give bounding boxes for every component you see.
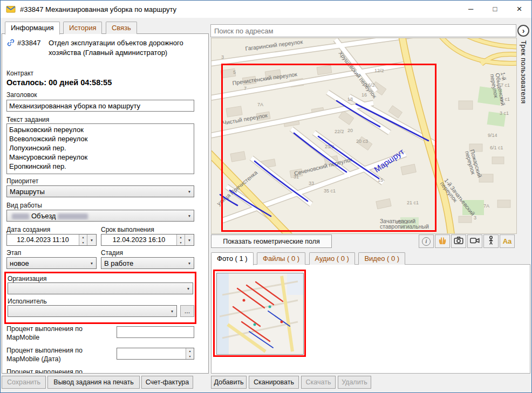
chevron-down-icon: ▼ <box>168 309 176 313</box>
stage-select[interactable]: новое ▼ <box>6 257 97 269</box>
chevron-down-icon: ▼ <box>185 190 194 194</box>
priority-label: Приоритет <box>6 177 38 185</box>
chevron-right-icon: › <box>522 26 525 35</box>
minimize-button[interactable]: ─ <box>459 1 483 17</box>
chevron-down-icon: ▼ <box>184 287 193 291</box>
time-remaining: Осталось: 00 дней 04:58:55 <box>6 78 112 87</box>
deadline-date-value: 12.04.2023 16:10 <box>101 236 176 244</box>
task-text-area[interactable]: Барыковский переулок Всеволожский переул… <box>6 123 194 174</box>
work-type-value: Объезд <box>7 212 185 220</box>
video-camera-icon <box>469 235 480 248</box>
close-button[interactable]: × <box>507 1 531 17</box>
info-button[interactable]: i <box>419 235 434 248</box>
created-date-value: 12.04.2023 11:10 <box>7 236 79 244</box>
photo-camera-icon <box>453 235 464 248</box>
save-button[interactable]: Сохранить <box>2 376 46 389</box>
contract-label: Контракт <box>6 70 33 77</box>
task-link[interactable]: #33847 Отдел эксплуатации объектов дорож… <box>6 38 195 58</box>
map-base-layer <box>212 38 516 233</box>
info-icon: i <box>422 237 431 246</box>
app-icon <box>6 4 16 14</box>
track-panel-toggle[interactable]: › <box>517 25 529 37</box>
chevron-down-icon: ▼ <box>185 214 194 218</box>
priority-value: Маршруты <box>7 188 185 196</box>
font-size-icon: Aa <box>503 237 512 245</box>
created-date-input[interactable]: 12.04.2023 11:10 ▲▼ ▼ <box>6 234 97 246</box>
close-icon: × <box>517 4 522 15</box>
organization-label: Организация <box>8 275 46 282</box>
info-form: #33847 Отдел эксплуатации объектов дорож… <box>2 33 209 374</box>
tab-photo[interactable]: Фото ( 1 ) <box>211 252 254 265</box>
tab-audio[interactable]: Аудио ( 0 ) <box>309 252 355 265</box>
work-type-label: Вид работы <box>6 202 42 209</box>
percent-mapmobile-date-label: Процент выполнения по MapMobile (Дата) <box>6 346 112 363</box>
status-label: Стадия <box>101 249 123 257</box>
photo-thumbnail-image <box>217 273 303 354</box>
chevron-down-icon[interactable]: ▼ <box>87 235 96 245</box>
executor-select[interactable]: ▼ <box>8 305 177 317</box>
window-controls: ─ □ × <box>459 1 531 17</box>
title-bar: #33847 Механизированная уборка по маршру… <box>1 1 531 18</box>
hands-icon <box>437 235 448 248</box>
maximize-button[interactable]: □ <box>483 1 507 17</box>
video-camera-button[interactable] <box>467 235 482 248</box>
download-button[interactable]: Скачать <box>301 376 336 389</box>
app-window: #33847 Механизированная уборка по маршру… <box>0 0 532 393</box>
photo-thumbnail[interactable] <box>216 273 304 355</box>
address-search-input[interactable] <box>210 24 516 37</box>
link-icon <box>6 38 15 50</box>
track-panel-label: Трек пользователя <box>520 40 527 104</box>
priority-select[interactable]: Маршруты ▼ <box>6 185 194 197</box>
redacted-text <box>12 213 29 219</box>
window-title: #33847 Механизированная уборка по маршру… <box>20 5 176 13</box>
organization-select[interactable]: ▼ <box>8 282 193 294</box>
font-size-button[interactable]: Aa <box>500 235 515 248</box>
status-select[interactable]: В работе ▼ <box>101 257 194 269</box>
tab-history[interactable]: История <box>63 22 102 34</box>
percent-mapmobile-input[interactable] <box>117 326 194 338</box>
chevron-down-icon: ▼ <box>185 261 194 265</box>
stage-label: Этап <box>6 249 21 257</box>
deadline-label: Срок выполнения <box>101 226 154 233</box>
minimize-icon: ─ <box>468 5 473 13</box>
title-label: Заголовок <box>6 91 37 99</box>
delete-button[interactable]: Удалить <box>338 376 371 389</box>
person-button[interactable] <box>483 235 499 248</box>
task-text-label: Текст задания <box>6 116 49 123</box>
percent-third-label: Процент выполнения по <box>6 368 112 374</box>
person-icon <box>486 235 496 248</box>
chevron-down-icon[interactable]: ▼ <box>185 235 194 245</box>
tab-information[interactable]: Информация <box>5 22 60 35</box>
print-task-button[interactable]: Вывод задания на печать <box>47 376 140 389</box>
photo-camera-button[interactable] <box>451 235 466 248</box>
spinner-up-down[interactable]: ▲▼ <box>79 235 87 245</box>
spinner-up-down[interactable]: ▲▼ <box>186 348 194 359</box>
stage-value: новое <box>7 259 87 267</box>
task-department: Отдел эксплуатации объектов дорожного хо… <box>49 38 195 58</box>
percent-mapmobile-date-input[interactable]: ▲▼ <box>117 348 194 360</box>
executor-label: Исполнитель <box>8 298 47 305</box>
attachment-tab-bar: Фото ( 1 ) Файлы ( 0 ) Аудио ( 0 ) Видео… <box>211 252 406 265</box>
percent-mapmobile-label: Процент выполнения по MapMobile <box>6 325 112 342</box>
tab-files[interactable]: Файлы ( 0 ) <box>257 252 305 265</box>
hands-button[interactable] <box>435 235 450 248</box>
deadline-date-input[interactable]: 12.04.2023 16:10 ▲▼ ▼ <box>101 234 194 246</box>
show-geometry-button[interactable]: Показать геометрические поля <box>211 235 332 248</box>
map-view[interactable]: 3577А12/216/2161822/22020 с323/9313335 с… <box>211 38 517 234</box>
title-input[interactable] <box>6 100 194 112</box>
scan-button[interactable]: Сканировать <box>249 376 299 389</box>
executor-more-button[interactable]: ... <box>180 305 194 317</box>
task-number: #33847 <box>17 38 40 48</box>
redacted-text <box>58 213 88 219</box>
maximize-icon: □ <box>493 5 497 13</box>
status-value: В работе <box>101 259 185 267</box>
tab-link[interactable]: Связь <box>106 22 137 34</box>
work-type-select[interactable]: Объезд ▼ <box>6 210 194 222</box>
invoice-button[interactable]: Счет-фактура <box>141 376 193 389</box>
spinner-up-down[interactable]: ▲▼ <box>176 235 185 245</box>
add-attachment-button[interactable]: Добавить <box>211 376 247 389</box>
tab-video[interactable]: Видео ( 0 ) <box>358 252 405 265</box>
created-label: Дата создания <box>6 226 50 233</box>
left-tab-bar: Информация История Связь <box>5 22 138 34</box>
chevron-down-icon: ▼ <box>87 261 96 265</box>
